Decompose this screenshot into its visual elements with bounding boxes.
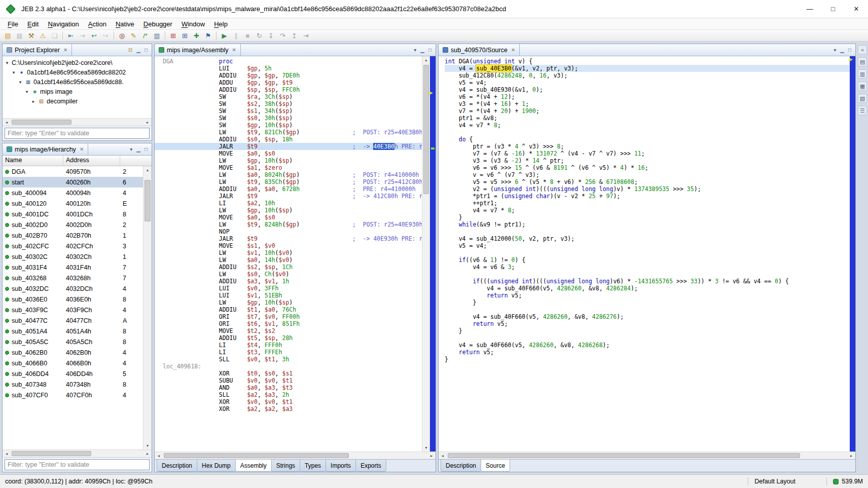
minimized-view-icon-3[interactable]: ▦ — [858, 82, 867, 91]
assembly-line[interactable]: ADDIU $t5, $sp, 28h — [155, 334, 422, 342]
assembly-line[interactable]: AND $a0, $a3, $t3 — [155, 384, 422, 391]
source-line[interactable]: if((v6 & 1) != 0) { — [445, 256, 850, 264]
assembly-line[interactable]: LW $s0, Ch($v0) — [155, 271, 422, 278]
hierarchy-row[interactable]: sub_403268403268h7 — [3, 273, 143, 283]
scroll-up-icon[interactable]: ▴ — [143, 166, 152, 174]
assembly-line[interactable]: MOVE $a0, $s0 — [155, 150, 422, 157]
hierarchy-row[interactable]: sub_402B70402B70h1 — [3, 230, 143, 241]
collapsed-arrow-icon[interactable]: ▸ — [31, 99, 36, 104]
source-line[interactable]: v4 = sub_40F660(v5, 4286260, &v8, 428627… — [445, 313, 850, 320]
expanded-arrow-icon[interactable]: ▾ — [11, 70, 16, 75]
hierarchy-row[interactable]: sub_4036E04036E0h8 — [3, 294, 143, 305]
source-line[interactable]: } — [445, 327, 850, 334]
hierarchy-row[interactable]: sub_402CFC402CFCh3 — [3, 241, 143, 251]
tab-source-editor[interactable]: sub_409570/Source ✕ — [439, 44, 520, 56]
hierarchy-row[interactable]: sub_407CF0407CF0h4 — [3, 390, 143, 400]
source-line[interactable]: v6 = *(v4 + 12); — [445, 93, 850, 100]
minimize-window-icon[interactable]: — — [798, 0, 821, 18]
minimize-view-icon[interactable]: ▁ — [136, 47, 140, 53]
assembly-code[interactable]: DGA proc LUI $gp, 5h ADDIU $gp, $gp, 7DE… — [155, 56, 422, 452]
maximize-window-icon[interactable]: □ — [821, 0, 845, 18]
assembly-line[interactable]: XOR $v0, $v0, $t1 — [155, 398, 422, 405]
source-line[interactable]: int DGA(unsigned int v) { — [445, 58, 850, 65]
tree-item[interactable]: ▾■mips image — [3, 87, 152, 96]
project-tree-hscrollbar[interactable]: ◂ ▸ — [3, 118, 152, 126]
scroll-right-icon[interactable]: ▸ — [847, 452, 855, 459]
source-tab-description[interactable]: Description — [441, 460, 481, 472]
source-line[interactable]: v5 = v4; — [445, 242, 850, 249]
debugger-start-icon[interactable]: ▶ — [219, 30, 230, 41]
source-line[interactable]: v4 = v7 * 8; — [445, 207, 850, 214]
source-line[interactable]: *ptr1 = (unsigned char)(v - v2 * 25 + 97… — [445, 193, 850, 200]
script-icon[interactable]: ▥ — [151, 30, 163, 41]
assembly-line[interactable]: NOP — [155, 228, 422, 235]
minimized-view-icon-4[interactable]: ▧ — [858, 94, 867, 103]
menu-help[interactable]: Help — [209, 19, 232, 29]
maximize-view-icon[interactable]: □ — [144, 146, 148, 152]
tree-item[interactable]: ▾●0a1cbf14e86c956cea5869dc88202 — [3, 67, 152, 77]
hierarchy-row[interactable]: sub_400120400120hE — [3, 198, 143, 209]
source-hscrollbar[interactable]: ◂ ▸ — [439, 452, 855, 459]
hierarchy-row[interactable]: sub_4002D04002D0h2 — [3, 219, 143, 230]
cross-references-icon[interactable]: ⊞ — [179, 30, 191, 41]
assembly-line[interactable]: LI $t4, FFF0h — [155, 342, 422, 349]
scrollbar-thumb[interactable] — [423, 65, 429, 194]
source-line[interactable]: v4 = v6 & 3; — [445, 264, 850, 271]
source-line[interactable]: v4 = sub_412000(50, v2, ptr, v3); — [445, 235, 850, 242]
close-tab-icon[interactable]: ✕ — [63, 47, 67, 53]
scrollbar-track[interactable] — [163, 452, 427, 459]
assembly-line[interactable]: JALR $t9 ; -> 412C80h PRE: r25=412C80h — [155, 193, 422, 200]
data-table-icon[interactable]: ⊞ — [167, 30, 179, 41]
hierarchy-row[interactable]: sub_40477C40477ChA — [3, 315, 143, 326]
assembly-line[interactable]: SLL $v0, $t1, 3h — [155, 356, 422, 363]
assembly-line[interactable]: LW $a0, 14h($v0) — [155, 256, 422, 264]
expanded-arrow-icon[interactable]: ▾ — [18, 80, 23, 85]
source-line[interactable]: v3 = *(v4 + 16) + 1; — [445, 100, 850, 107]
scrollbar-thumb[interactable] — [164, 453, 349, 458]
assembly-line[interactable]: SW $gp, 10h($sp) — [155, 122, 422, 129]
scroll-right-icon[interactable]: ▸ — [427, 452, 436, 459]
assembly-line[interactable]: MOVE $a1, $zero — [155, 164, 422, 171]
column-header-name[interactable]: Name — [3, 156, 63, 166]
assembly-line[interactable]: XOR $a2, $a2, $a3 — [155, 405, 422, 412]
minimized-view-icon-1[interactable]: ▤ — [858, 57, 867, 66]
open-file-icon[interactable]: ▤ — [2, 30, 14, 41]
comment-icon[interactable]: /* — [139, 30, 151, 41]
assembly-tab-types[interactable]: Types — [300, 460, 326, 472]
menu-action[interactable]: Action — [84, 19, 111, 29]
assembly-tab-assembly[interactable]: Assembly — [235, 460, 272, 472]
assembly-hscrollbar[interactable]: ◂ ▸ — [155, 452, 436, 459]
source-line[interactable] — [445, 228, 850, 235]
source-line[interactable]: v4 = sub_40E930(&v1, 0); — [445, 86, 850, 93]
source-line[interactable]: while(&v9 != ptr1); — [445, 221, 850, 228]
source-line[interactable]: return v5; — [445, 292, 850, 299]
assembly-line[interactable]: SW $s0, 30h($sp) — [155, 115, 422, 122]
source-line[interactable]: v5 = v5 >>> 6 ^ (v5 * 8 + v6) * 256 & 67… — [445, 178, 850, 185]
restore-panes-icon[interactable]: « — [858, 45, 867, 54]
hierarchy-row[interactable]: sub_403F9C403F9Ch4 — [3, 305, 143, 315]
view-menu-icon[interactable]: ▾ — [414, 47, 416, 53]
source-line[interactable]: ptr1 = &v8; — [445, 115, 850, 122]
assembly-line[interactable]: ORI $t7, $v0, FF00h — [155, 313, 422, 320]
scrollbar-thumb[interactable] — [144, 180, 151, 221]
menu-window[interactable]: Window — [177, 19, 209, 29]
hierarchy-row[interactable]: sub_405A5C405A5Ch8 — [3, 336, 143, 347]
source-line[interactable]: return v5; — [445, 320, 850, 327]
assembly-tab-description[interactable]: Description — [157, 460, 197, 472]
scroll-right-icon[interactable]: ▸ — [143, 450, 152, 457]
assembly-line[interactable]: JALR $t9 ; -> 40E930h PRE: r25=40E930h — [155, 235, 422, 242]
menu-native[interactable]: Native — [111, 19, 139, 29]
source-line[interactable]: } — [445, 356, 850, 363]
assembly-line[interactable]: LUI $gp, 5h — [155, 65, 422, 72]
minimized-view-icon-2[interactable]: ▥ — [858, 69, 867, 79]
hierarchy-row[interactable]: sub_4062B04062B0h4 — [3, 347, 143, 358]
hierarchy-hscrollbar[interactable]: ◂ ▸ — [3, 449, 152, 457]
source-line[interactable]: sub_412C80(4286248, 0, 16, v3); — [445, 72, 850, 79]
assembly-line[interactable]: MOVE $s1, $v0 — [155, 242, 422, 249]
tree-item[interactable]: ▾C:\Users\nicol\jeb2\jeb2-core2\core\ — [3, 58, 152, 67]
scrollbar-track[interactable] — [447, 452, 847, 459]
hierarchy-row[interactable]: DGA409570h2 — [3, 166, 143, 177]
maximize-view-icon[interactable]: □ — [848, 47, 851, 53]
assembly-line[interactable]: XOR $t0, $s0, $s1 — [155, 370, 422, 377]
assembly-tab-strings[interactable]: Strings — [271, 460, 300, 472]
